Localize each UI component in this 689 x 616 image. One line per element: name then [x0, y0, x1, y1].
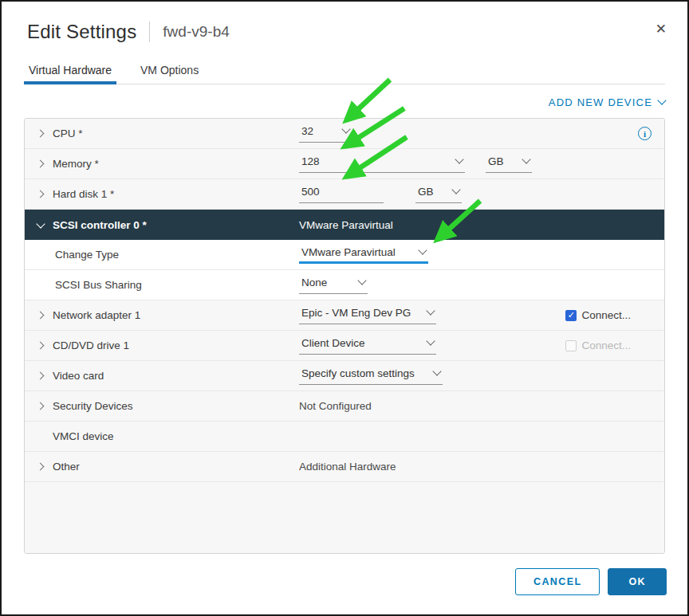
row-cd-dvd-drive: CD/DVD drive 1 Client Device Connect...	[25, 331, 664, 361]
row-label: Memory *	[53, 158, 99, 170]
expand-chevron-icon[interactable]	[37, 403, 45, 409]
cd-dvd-value: Client Device	[301, 337, 365, 349]
network-adapter-select[interactable]: Epic - VM Eng Dev PG	[299, 307, 436, 324]
expand-chevron-icon[interactable]	[37, 191, 45, 197]
chevron-down-icon	[418, 245, 427, 254]
tab-vm-options[interactable]: VM Options	[139, 64, 200, 84]
cancel-button[interactable]: CANCEL	[515, 568, 600, 595]
row-other: Other Additional Hardware	[25, 452, 664, 482]
chevron-down-icon	[432, 367, 441, 375]
expand-chevron-icon[interactable]	[37, 312, 45, 318]
expand-chevron-icon[interactable]	[37, 161, 45, 167]
memory-size-select[interactable]: 128	[299, 155, 465, 173]
dialog-title: Edit Settings	[27, 21, 136, 43]
row-label: CD/DVD drive 1	[53, 339, 129, 351]
edit-settings-dialog: Edit Settings fwd-v9-b4 ✕ Virtual Hardwa…	[2, 2, 687, 614]
chevron-down-icon	[426, 306, 435, 315]
connect-checkbox-disabled	[565, 340, 577, 351]
add-new-device-label: ADD NEW DEVICE	[549, 96, 652, 108]
row-scsi-controller[interactable]: SCSI controller 0 * VMware Paravirtual	[25, 210, 664, 240]
row-hard-disk: Hard disk 1 * GB	[25, 179, 664, 210]
collapse-chevron-icon[interactable]	[37, 222, 45, 227]
row-scsi-bus-sharing: SCSI Bus Sharing None	[25, 270, 664, 300]
memory-unit-select[interactable]: GB	[486, 155, 532, 173]
video-card-value: Specify custom settings	[301, 367, 415, 379]
connect-checkbox[interactable]: ✓	[565, 310, 577, 321]
hard-disk-size-input[interactable]	[299, 186, 384, 203]
row-label: Video card	[53, 370, 104, 382]
row-label: VMCI device	[53, 430, 114, 442]
cd-dvd-select[interactable]: Client Device	[299, 337, 436, 355]
other-value: Additional Hardware	[299, 461, 396, 473]
chevron-down-icon	[522, 155, 530, 163]
expand-chevron-icon[interactable]	[37, 464, 45, 469]
title-divider	[149, 22, 150, 42]
memory-unit: GB	[488, 155, 504, 167]
row-memory: Memory * 128 GB	[25, 149, 664, 179]
row-change-type: Change Type VMware Paravirtual	[25, 240, 664, 270]
security-devices-value: Not Configured	[299, 400, 372, 412]
chevron-down-icon	[341, 124, 350, 133]
cpu-select[interactable]: 32	[299, 125, 352, 143]
row-label: Network adapter 1	[53, 309, 140, 321]
row-security-devices: Security Devices Not Configured	[25, 391, 664, 422]
expand-chevron-icon[interactable]	[37, 131, 45, 136]
add-new-device-button[interactable]: ADD NEW DEVICE	[549, 96, 665, 108]
close-icon[interactable]: ✕	[656, 22, 667, 36]
row-label: Hard disk 1 *	[53, 188, 114, 200]
row-cpu: CPU * 32 i	[25, 119, 664, 149]
vm-name: fwd-v9-b4	[163, 23, 229, 41]
row-label: SCSI controller 0 *	[53, 219, 147, 231]
row-label: Security Devices	[53, 400, 133, 412]
dialog-footer: CANCEL OK	[515, 568, 667, 595]
connect-label: Connect...	[581, 309, 631, 321]
chevron-down-icon	[357, 276, 366, 284]
hardware-table: CPU * 32 i Memory * 128	[24, 118, 665, 554]
expand-chevron-icon[interactable]	[37, 343, 45, 348]
row-label: Change Type	[55, 249, 119, 261]
chevron-down-icon	[426, 336, 435, 345]
dialog-header: Edit Settings fwd-v9-b4	[2, 2, 687, 43]
row-label: SCSI Bus Sharing	[55, 279, 142, 291]
tab-virtual-hardware[interactable]: Virtual Hardware	[27, 64, 113, 84]
info-icon[interactable]: i	[638, 127, 652, 140]
toolbar: ADD NEW DEVICE	[24, 94, 665, 110]
chevron-down-icon	[451, 185, 460, 194]
scsi-bus-sharing-value: None	[301, 277, 327, 288]
row-label: CPU *	[53, 128, 83, 139]
row-vmci-device: VMCI device	[25, 422, 664, 452]
tab-bar: Virtual Hardware VM Options	[24, 64, 665, 84]
memory-value: 128	[301, 155, 320, 167]
ok-button[interactable]: OK	[608, 568, 667, 595]
network-adapter-value: Epic - VM Eng Dev PG	[301, 307, 411, 319]
scsi-bus-sharing-select[interactable]: None	[299, 277, 368, 294]
chevron-down-icon	[455, 155, 463, 163]
row-network-adapter: Network adapter 1 Epic - VM Eng Dev PG ✓…	[25, 300, 664, 331]
expand-chevron-icon[interactable]	[37, 373, 45, 379]
row-video-card: Video card Specify custom settings	[25, 361, 664, 391]
hard-disk-unit: GB	[418, 186, 434, 198]
video-card-select[interactable]: Specify custom settings	[299, 367, 443, 385]
table-empty-area	[25, 482, 664, 553]
connect-label: Connect...	[581, 339, 631, 351]
change-type-select[interactable]: VMware Paravirtual	[299, 246, 428, 264]
change-type-value: VMware Paravirtual	[301, 246, 396, 258]
row-label: Other	[53, 461, 80, 473]
hard-disk-unit-select[interactable]: GB	[415, 186, 462, 203]
scsi-controller-value: VMware Paravirtual	[299, 219, 393, 231]
chevron-down-icon	[657, 96, 666, 104]
cpu-value: 32	[301, 125, 313, 137]
